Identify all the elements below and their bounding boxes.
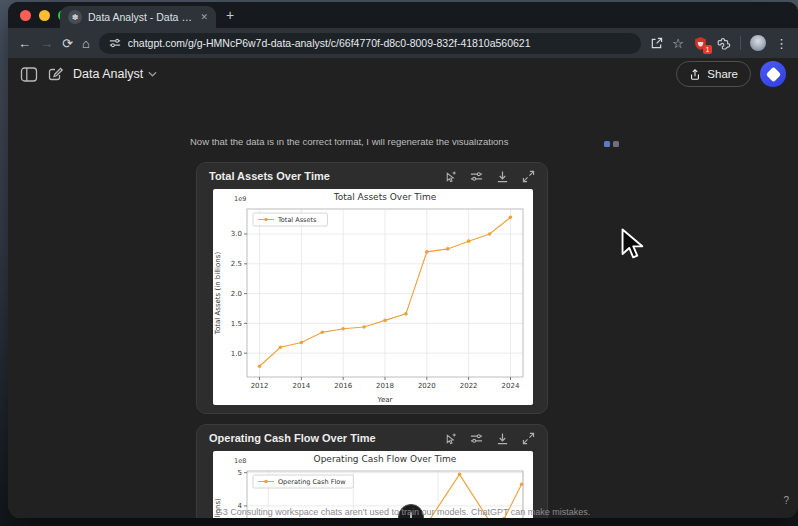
close-window-button[interactable] [20, 10, 31, 21]
svg-text:2014: 2014 [292, 382, 310, 390]
home-icon[interactable]: ⌂ [82, 37, 90, 50]
url-text: chatgpt.com/g/g-HMNcP6w7d-data-analyst/c… [128, 37, 531, 49]
sidebar-toggle-icon[interactable] [20, 66, 38, 83]
svg-text:2018: 2018 [376, 382, 394, 390]
browser-menu-icon[interactable]: ⋮ [775, 37, 788, 50]
new-chat-compose-icon[interactable] [47, 66, 64, 83]
back-icon[interactable]: ← [18, 37, 31, 50]
svg-text:Operating Cash Flow: Operating Cash Flow [278, 478, 346, 486]
chatgpt-app: Data Analyst Share Now that t [8, 58, 798, 518]
browser-toolbar: ← → ⟳ ⌂ chatgpt.com/g/g-HMNcP6w7d-data-a… [8, 28, 798, 58]
share-button[interactable]: Share [676, 61, 751, 87]
chart-card-header: Operating Cash Flow Over Time [197, 425, 547, 451]
workspace-disclaimer: G3 Consulting workspace chats aren't use… [8, 507, 798, 517]
browser-profile-avatar[interactable] [750, 35, 766, 51]
url-bar[interactable]: chatgpt.com/g/g-HMNcP6w7d-data-analyst/c… [99, 33, 642, 54]
gem-icon [765, 66, 781, 82]
browser-window: ✽ Data Analyst - Data Cleanup ✕ + ← → ⟳ … [8, 2, 798, 518]
tab-title: Data Analyst - Data Cleanup [88, 11, 194, 23]
interactive-chart-icon[interactable] [444, 170, 457, 183]
svg-text:2012: 2012 [251, 382, 269, 390]
reload-icon[interactable]: ⟳ [62, 37, 73, 50]
chevron-down-icon [148, 71, 157, 77]
download-chart-icon[interactable] [496, 432, 509, 445]
new-tab-button[interactable]: + [226, 7, 234, 23]
svg-text:1e8: 1e8 [234, 457, 246, 465]
chart-card-title: Total Assets Over Time [209, 170, 431, 182]
bookmark-star-icon[interactable]: ☆ [672, 37, 684, 50]
chart-card-title: Operating Cash Flow Over Time [209, 432, 431, 444]
svg-text:Total Assets (in billions): Total Assets (in billions) [214, 252, 222, 336]
chart-card-operating-cash-flow: Operating Cash Flow Over Time [196, 424, 548, 518]
chart-chip-icon[interactable] [613, 141, 619, 147]
svg-text:5: 5 [238, 469, 242, 477]
svg-text:2.0: 2.0 [231, 290, 242, 298]
share-label: Share [707, 68, 738, 80]
gpt-title-text: Data Analyst [73, 67, 143, 81]
help-button[interactable]: ? [783, 495, 789, 506]
site-controls-icon[interactable] [109, 37, 121, 49]
gpt-title-dropdown[interactable]: Data Analyst [73, 67, 157, 81]
chart-card-header: Total Assets Over Time [197, 163, 547, 189]
extensions-puzzle-icon[interactable] [717, 36, 731, 50]
svg-text:1.0: 1.0 [231, 350, 242, 358]
share-icon [689, 68, 701, 81]
expand-chart-icon[interactable] [522, 170, 535, 183]
browser-tab[interactable]: ✽ Data Analyst - Data Cleanup ✕ [60, 6, 216, 28]
svg-text:Year: Year [377, 396, 393, 404]
svg-text:1.5: 1.5 [231, 320, 242, 328]
open-in-new-icon[interactable] [650, 37, 663, 50]
svg-text:2024: 2024 [502, 382, 520, 390]
svg-text:2020: 2020 [418, 382, 436, 390]
extension-badge: 1 [703, 45, 712, 54]
svg-text:3.0: 3.0 [231, 230, 242, 238]
svg-text:2.5: 2.5 [231, 260, 242, 268]
expand-chart-icon[interactable] [522, 432, 535, 445]
svg-text:Operating Cash Flow Over Time: Operating Cash Flow Over Time [314, 454, 457, 464]
svg-text:2016: 2016 [334, 382, 352, 390]
close-tab-icon[interactable]: ✕ [200, 12, 208, 22]
inline-chart-link-icons[interactable] [604, 141, 619, 147]
chart-chip-icon[interactable] [604, 141, 610, 147]
chart-settings-sliders-icon[interactable] [470, 170, 483, 183]
extension-ublock-icon[interactable]: 1 [693, 36, 708, 51]
minimize-window-button[interactable] [39, 10, 50, 21]
chatgpt-favicon-icon: ✽ [68, 10, 82, 24]
chart-settings-sliders-icon[interactable] [470, 432, 483, 445]
total-assets-line-chart: 20122014201620182020202220241.01.52.02.5… [213, 189, 533, 405]
truncated-assistant-message: Now that the data is in the correct form… [190, 139, 602, 151]
svg-text:2022: 2022 [460, 382, 478, 390]
interactive-chart-icon[interactable] [444, 432, 457, 445]
svg-text:Total Assets: Total Assets [277, 216, 317, 224]
download-chart-icon[interactable] [496, 170, 509, 183]
toolbar-divider [740, 36, 741, 50]
svg-text:1e9: 1e9 [234, 195, 246, 203]
account-avatar[interactable] [760, 61, 786, 87]
forward-icon[interactable]: → [40, 37, 53, 50]
svg-text:Total Assets Over Time: Total Assets Over Time [333, 192, 437, 202]
chart-card-total-assets: Total Assets Over Time [196, 162, 548, 414]
tab-strip: ✽ Data Analyst - Data Cleanup ✕ + [8, 2, 798, 28]
app-header: Data Analyst Share [8, 58, 798, 90]
